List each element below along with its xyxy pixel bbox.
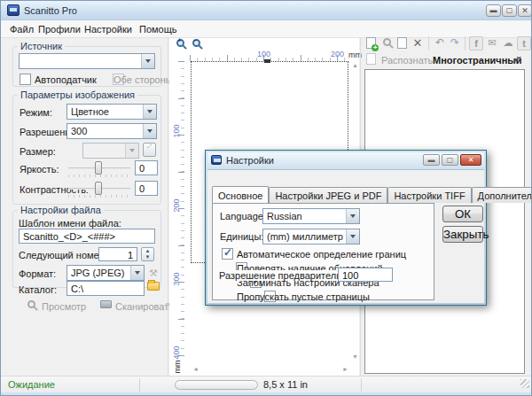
preview-button[interactable]: Просмотр: [42, 301, 86, 312]
skip-blank-label: Пропускать пустые страницы: [237, 291, 370, 302]
resolution-select-value: 300: [71, 126, 142, 136]
folder-browse-icon[interactable]: [147, 279, 160, 291]
h-scrollbar-left-arrow[interactable]: ◄: [192, 366, 199, 372]
window-title: Scanitto Pro: [24, 5, 77, 16]
zoom-out-magnifier-icon[interactable]: −: [192, 39, 200, 47]
template-label: Шаблон имени файла:: [19, 218, 121, 229]
autofeed-checkbox[interactable]: [20, 74, 31, 85]
tab-jpeg-pdf[interactable]: Настройки JPEG и PDF: [269, 187, 387, 203]
resolution-select[interactable]: 300: [66, 123, 157, 139]
v-scrollbar-down-arrow[interactable]: ▼: [352, 353, 358, 360]
tab-general[interactable]: Основное: [212, 186, 269, 203]
preview-resolution-input[interactable]: 100: [338, 268, 393, 282]
preview-magnifier-icon: [27, 300, 35, 308]
next-number-stepper[interactable]: ▲▼: [141, 247, 154, 261]
selection-top-handle[interactable]: [264, 59, 270, 63]
menu-file[interactable]: Файл: [6, 23, 37, 35]
v-ruler-label-100: 100: [172, 124, 181, 137]
contrast-slider[interactable]: [95, 182, 102, 195]
toolbar-separator: [428, 36, 429, 50]
minimize-button[interactable]: ▬: [486, 4, 501, 17]
language-label: Language:: [220, 211, 266, 221]
brightness-slider-ticks: [68, 175, 130, 177]
v-scrollbar-up-arrow[interactable]: ▲: [352, 62, 358, 68]
share-twitter-icon[interactable]: t: [517, 36, 531, 50]
resize-grip[interactable]: [520, 379, 529, 388]
share-cloud-icon[interactable]: ☁: [501, 36, 515, 50]
h-ruler-label-100: 100: [257, 50, 270, 58]
format-label: Формат:: [19, 268, 56, 279]
chevron-down-icon: [141, 54, 154, 68]
checkmark: ✓: [223, 246, 232, 259]
menubar: Файл Профили Настройки Помощь: [1, 20, 531, 38]
multipage-button[interactable]: Многостраничный: [433, 55, 521, 66]
dialog-close-action-button[interactable]: Закрыть: [442, 226, 483, 243]
units-select[interactable]: (mm) миллиметр: [262, 229, 360, 245]
h-scrollbar-right-arrow[interactable]: ►: [342, 366, 348, 372]
size-select[interactable]: [82, 143, 139, 159]
chevron-down-icon: [130, 266, 144, 280]
units-select-value: (mm) миллиметр: [267, 231, 345, 242]
h-ruler-label-200: 200: [331, 50, 344, 58]
contrast-label: Контрастность:: [20, 184, 89, 195]
app-window: Scanitto Pro ▬ ▢ ✕ Файл Профили Настройк…: [0, 0, 532, 396]
close-button[interactable]: ✕: [518, 4, 532, 17]
contrast-slider-ticks: [68, 195, 130, 198]
size-link-icon[interactable]: ⤢: [143, 143, 156, 157]
status-progressbar: [175, 380, 258, 390]
tab-advanced[interactable]: Дополнительно: [472, 187, 532, 203]
menu-profiles[interactable]: Профили: [35, 23, 84, 35]
auto-borders-label: Автоматическое определение границ: [237, 249, 406, 260]
tab-page-general: Language: Russian Единицы: (mm) миллимет…: [212, 203, 434, 300]
size-label: Размер:: [20, 146, 56, 157]
brightness-input[interactable]: 0: [135, 160, 158, 175]
status-separator: [361, 378, 362, 392]
mode-label: Режим:: [20, 107, 52, 118]
scanner-select[interactable]: [19, 53, 155, 69]
redo-icon[interactable]: ↷: [448, 36, 462, 50]
v-ruler-label-200: 200: [172, 198, 181, 212]
dialog-maximize-button[interactable]: ▢: [442, 154, 458, 166]
folder-input[interactable]: C:\: [66, 281, 145, 296]
toolbar-separator: [465, 36, 466, 50]
left-divider: [168, 38, 168, 377]
zoom-in-magnifier-icon[interactable]: +: [176, 39, 184, 47]
dialog-app-icon: [211, 155, 222, 165]
undo-icon[interactable]: ↶: [433, 36, 447, 50]
next-number-input[interactable]: 1: [98, 247, 137, 261]
maximize-button[interactable]: ▢: [502, 4, 517, 17]
share-facebook-icon[interactable]: f: [469, 36, 483, 50]
tab-tiff[interactable]: Настройки TIFF: [387, 187, 471, 203]
auto-borders-checkbox[interactable]: ✓: [222, 248, 233, 260]
menu-settings[interactable]: Настройки: [81, 23, 136, 35]
autofeed-label: Автоподатчик: [35, 74, 97, 85]
dialog-minimize-button[interactable]: ▬: [423, 154, 440, 166]
format-select[interactable]: JPG (JPEG): [66, 265, 145, 281]
app-icon: [7, 4, 20, 16]
language-select-value: Russian: [267, 211, 345, 221]
v-ruler-label-300: 300: [172, 272, 181, 285]
duplex-label: Обе стороны: [113, 74, 173, 85]
dialog-titlebar[interactable]: Настройки ▬ ▢ ✕: [207, 152, 484, 169]
mode-select[interactable]: Цветное: [66, 104, 157, 120]
menu-help[interactable]: Помощь: [136, 23, 181, 35]
language-select[interactable]: Russian: [262, 208, 360, 224]
multipage-chevron-icon[interactable]: [513, 58, 519, 62]
format-options-wrench-icon[interactable]: ⚒: [149, 268, 158, 279]
preview-page-magnifier-icon[interactable]: [383, 38, 391, 46]
brightness-slider[interactable]: [95, 161, 102, 175]
template-input[interactable]: Scanitto_<D>_<###>: [19, 229, 155, 244]
chevron-down-icon: [143, 124, 156, 138]
titlebar[interactable]: Scanitto Pro ▬ ▢ ✕: [1, 1, 531, 20]
add-image-icon[interactable]: +: [366, 37, 376, 49]
folder-label: Каталог:: [19, 284, 57, 295]
contrast-input[interactable]: 0: [135, 181, 158, 196]
edit-page-icon[interactable]: [397, 37, 407, 49]
recognize-button[interactable]: Распознать: [381, 55, 433, 66]
delete-page-icon[interactable]: ✕: [411, 36, 425, 50]
dialog-close-button[interactable]: ✕: [460, 154, 481, 166]
status-page-size: 8,5 x 11 in: [263, 379, 308, 390]
dialog-title: Настройки: [226, 155, 274, 166]
share-mail-icon[interactable]: ✉: [485, 36, 499, 50]
ok-button[interactable]: ОК: [442, 206, 483, 222]
